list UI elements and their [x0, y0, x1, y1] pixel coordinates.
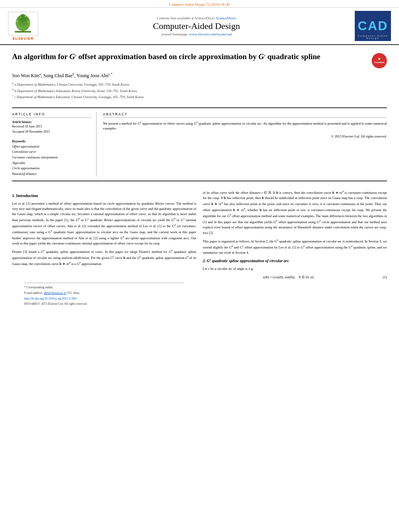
equation-number: (1): [375, 275, 387, 280]
svg-point-6: [27, 21, 30, 23]
svg-point-4: [19, 14, 27, 22]
journal-top-bar: Computer-Aided Design 73 (2016) 36–40: [0, 0, 399, 8]
keyword-4: Algorithm: [12, 160, 91, 166]
crossmark-badge[interactable]: ✕ CrossMark: [372, 53, 387, 68]
body-para-2: Floater [3] found a G2 quadratic spline …: [12, 249, 196, 267]
keyword-5: Circle approximation: [12, 166, 91, 171]
article-title: An algorithm for G2 offset approximation…: [12, 51, 372, 62]
keyword-6: Hausdorff distance: [12, 171, 91, 177]
footnote-corresponding: * Corresponding author.: [24, 285, 184, 290]
elsevier-tree-logo: [8, 12, 38, 36]
keyword-3: Curvature continuous interpolation: [12, 155, 91, 160]
equation-1: c(θ) = (cos(θ), sin(θ)), θ ∈ [0, α]. (1): [203, 275, 387, 280]
history-label: Article history:: [12, 120, 91, 124]
body-para-3: of its offset curve with the offset dist…: [203, 189, 387, 236]
cad-logo-text: CAD: [358, 18, 388, 33]
keyword-2: Convolution curve: [12, 149, 91, 155]
homepage-line: journal homepage: www.elsevier.com/locat…: [38, 32, 355, 36]
journal-center-block: Contents lists available at ScienceDirec…: [38, 16, 355, 36]
info-abstract-row: ARTICLE INFO Article history: Received 1…: [0, 112, 399, 177]
footnote-email: E-mail address: ahn@chosun.ac.kr (Y.J. A…: [24, 291, 184, 296]
copyright-line: © 2015 Elsevier Ltd. All rights reserved…: [103, 134, 387, 138]
email-link[interactable]: ahn@chosun.ac.kr: [44, 291, 66, 295]
affiliation-c: c c Department of Mathematics Education,…: [12, 94, 387, 100]
svg-point-8: [25, 16, 26, 17]
journal-header: ELSEVIER Contents lists available at Sci…: [0, 8, 399, 45]
keyword-1: Offset approximation: [12, 144, 91, 150]
body-right-col: of its offset curve with the offset dist…: [203, 189, 387, 307]
footnote-doi: http://dx.doi.org/10.1016/j.cad.2015.11.…: [24, 296, 184, 301]
equation-content: c(θ) = (cos(θ), sin(θ)), θ ∈ [0, α].: [203, 275, 375, 280]
authors-line: Soo Won Kima, Sung Chul Baeb, Young Joon…: [12, 72, 387, 79]
accepted-date: Accepted 28 November 2015: [12, 130, 91, 134]
journal-citation: Computer-Aided Design 73 (2016) 36–40: [169, 2, 230, 6]
body-left-col: 1. Introduction Lee et al. [1] presented…: [12, 189, 196, 307]
body-two-col: 1. Introduction Lee et al. [1] presented…: [0, 185, 399, 307]
article-info-heading: ARTICLE INFO: [12, 112, 91, 118]
elsevier-logo-area: ELSEVIER: [8, 12, 38, 41]
footnote-issn: 0010-4485/© 2015 Elsevier Ltd. All right…: [24, 302, 184, 306]
abstract-text: We present a method for G2 approximation…: [103, 120, 387, 131]
homepage-link[interactable]: www.elsevier.com/locate/cad: [189, 32, 232, 36]
science-direct-link[interactable]: ScienceDirect: [216, 16, 236, 20]
article-title-row: An algorithm for G2 offset approximation…: [12, 51, 387, 68]
crossmark-icon: ✕ CrossMark: [372, 53, 387, 68]
cad-logo-box: CAD Computer-Aided Design: [355, 11, 391, 41]
svg-point-5: [16, 20, 19, 23]
article-section: An algorithm for G2 offset approximation…: [0, 45, 399, 103]
abstract-heading: ABSTRACT: [103, 112, 387, 118]
article-info-col: ARTICLE INFO Article history: Received 1…: [12, 112, 97, 177]
svg-point-7: [20, 16, 21, 18]
affiliation-a: a a Department of Mathematics, Chosun Un…: [12, 81, 387, 87]
abstract-col: ABSTRACT We present a method for G2 appr…: [103, 112, 387, 177]
body-para-4: This paper is organized as follows. In S…: [203, 238, 387, 255]
section2-title: 2. G2 quadratic spline approximation of …: [203, 258, 387, 264]
doi-link[interactable]: http://dx.doi.org/10.1016/j.cad.2015.11.…: [24, 297, 77, 300]
section1-title: 1. Introduction: [12, 193, 196, 199]
journal-title: Computer-Aided Design: [38, 21, 355, 31]
footer-section: * Corresponding author. E-mail address: …: [24, 283, 184, 306]
keywords-list: Offset approximation Convolution curve C…: [12, 144, 91, 177]
affiliations: a a Department of Mathematics, Chosun Un…: [12, 81, 387, 100]
section2-intro: Let c be a circular arc of angle α, e.g.: [203, 266, 387, 271]
body-para-1: Lee et al. [1] presented a method of off…: [12, 201, 196, 246]
received-date: Received 18 June 2015: [12, 125, 91, 128]
affiliation-b: b b Department of Mathematics Education,…: [12, 88, 387, 94]
science-direct-line: Contents lists available at ScienceDirec…: [38, 16, 355, 20]
elsevier-wordmark: ELSEVIER: [12, 37, 34, 41]
keywords-label: Keywords:: [12, 140, 91, 143]
